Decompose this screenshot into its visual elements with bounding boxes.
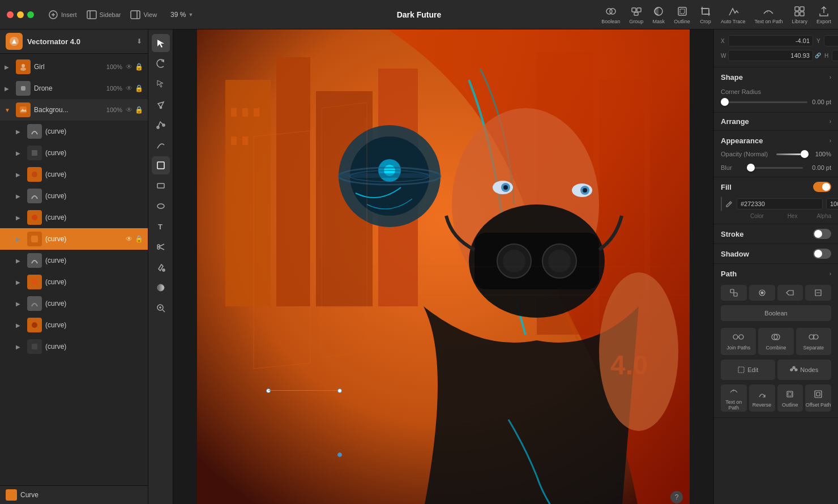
layer-item-curve-3[interactable]: ▶ (curve) bbox=[0, 164, 148, 185]
expand-icon[interactable]: ▶ bbox=[16, 344, 24, 350]
gradient-tool[interactable] bbox=[152, 279, 170, 297]
appearance-header[interactable]: Appearance › bbox=[714, 131, 838, 148]
layer-item-background[interactable]: ▼ Backgrou... 100% 👁 🔒 bbox=[0, 99, 148, 121]
node-tool[interactable] bbox=[152, 116, 170, 134]
fullscreen-button[interactable] bbox=[27, 11, 34, 18]
mask-tool[interactable]: Mask bbox=[652, 5, 665, 24]
corner-radius-thumb[interactable] bbox=[721, 98, 729, 106]
auto-trace-tool[interactable]: Auto Trace bbox=[721, 5, 746, 24]
opacity-thumb[interactable] bbox=[801, 150, 809, 158]
help-badge[interactable]: ? bbox=[670, 491, 683, 503]
expand-icon[interactable]: ▶ bbox=[16, 279, 24, 285]
blur-thumb[interactable] bbox=[747, 164, 755, 172]
text-on-path-tool[interactable]: T Text on Path bbox=[754, 5, 783, 24]
expand-icon[interactable]: ▶ bbox=[16, 193, 24, 199]
offset-path-button[interactable]: Offset Path bbox=[805, 385, 831, 412]
fill-edit-icon[interactable] bbox=[725, 198, 733, 210]
layer-item-curve-4[interactable]: ▶ (curve) bbox=[0, 185, 148, 207]
export-tool[interactable]: Export bbox=[816, 5, 831, 24]
scissors-tool[interactable] bbox=[152, 238, 170, 256]
outline-button[interactable]: Outline bbox=[777, 385, 803, 412]
layer-item-curve-active[interactable]: ▶ (curve) 👁 🔒 bbox=[0, 228, 148, 250]
join-paths-button[interactable]: Join Paths bbox=[721, 328, 756, 355]
expand-icon[interactable]: ▶ bbox=[16, 258, 24, 264]
zoom-tool[interactable] bbox=[152, 299, 170, 317]
direct-select-tool[interactable] bbox=[152, 75, 170, 93]
path-btn-1[interactable] bbox=[721, 285, 747, 301]
opacity-slider[interactable] bbox=[776, 153, 809, 155]
close-button[interactable] bbox=[7, 11, 14, 18]
expand-icon[interactable]: ▶ bbox=[16, 322, 24, 328]
expand-icon[interactable]: ▶ bbox=[16, 215, 24, 221]
canvas-area[interactable]: 4.0 ? bbox=[173, 29, 713, 504]
path-header[interactable]: Path › bbox=[714, 264, 838, 281]
h-input[interactable] bbox=[832, 50, 838, 61]
text-on-path-button[interactable]: T Text on Path bbox=[721, 385, 747, 412]
selection-handle-tl[interactable] bbox=[266, 388, 271, 393]
visibility-icon[interactable]: 👁 bbox=[126, 235, 132, 243]
combine-button[interactable]: Combine bbox=[758, 328, 793, 355]
layer-item-curve-8[interactable]: ▶ (curve) bbox=[0, 271, 148, 293]
boolean-button[interactable]: Boolean bbox=[721, 305, 831, 321]
outline-tool[interactable]: Outline bbox=[674, 5, 690, 24]
rotate-tool[interactable] bbox=[152, 54, 170, 72]
traffic-lights[interactable] bbox=[7, 11, 34, 18]
expand-icon[interactable]: ▼ bbox=[5, 107, 12, 113]
fill-color-swatch[interactable] bbox=[721, 197, 722, 211]
fill-hex-input[interactable] bbox=[737, 198, 823, 210]
selection-handle-tr[interactable] bbox=[337, 388, 342, 393]
visibility-icon[interactable]: 👁 bbox=[126, 84, 132, 92]
pen-tool[interactable] bbox=[152, 95, 170, 113]
lock-dims-icon[interactable]: 🔗 bbox=[815, 53, 821, 58]
expand-icon[interactable]: ▶ bbox=[5, 64, 12, 70]
layer-item-curve-9[interactable]: ▶ (curve) bbox=[0, 293, 148, 314]
pencil-tool[interactable] bbox=[152, 136, 170, 154]
reverse-button[interactable]: Reverse bbox=[749, 385, 775, 412]
ellipse-tool[interactable] bbox=[152, 197, 170, 215]
stroke-toggle[interactable] bbox=[813, 229, 831, 239]
visibility-icon[interactable]: 👁 bbox=[126, 106, 132, 114]
layer-item-curve-1[interactable]: ▶ (curve) bbox=[0, 121, 148, 142]
w-input[interactable] bbox=[728, 50, 813, 61]
crop-tool[interactable]: Crop bbox=[699, 5, 712, 24]
path-btn-2[interactable] bbox=[749, 285, 775, 301]
x-input[interactable] bbox=[728, 35, 813, 46]
blur-slider[interactable] bbox=[747, 167, 803, 169]
paint-bucket-tool[interactable] bbox=[152, 258, 170, 276]
expand-icon[interactable]: ▶ bbox=[5, 86, 12, 92]
y-input[interactable] bbox=[824, 35, 838, 46]
shape-section-header[interactable]: Shape › bbox=[714, 67, 838, 85]
rectangle-tool[interactable] bbox=[152, 177, 170, 195]
expand-icon[interactable]: ▶ bbox=[16, 150, 24, 156]
text-tool[interactable]: T bbox=[152, 217, 170, 236]
nodes-button[interactable]: Nodes bbox=[777, 360, 832, 380]
arrange-section[interactable]: Arrange › bbox=[714, 113, 838, 131]
selection-handle-br[interactable] bbox=[337, 452, 342, 457]
layer-item-girl[interactable]: ▶ Girl 100% 👁 🔒 bbox=[0, 56, 148, 78]
insert-button[interactable]: Insert bbox=[48, 9, 77, 20]
sidebar-toggle[interactable]: Sidebar bbox=[86, 9, 121, 20]
separate-button[interactable]: Separate bbox=[796, 328, 831, 355]
library-tool[interactable]: Library bbox=[792, 5, 807, 24]
edit-button[interactable]: Edit bbox=[721, 360, 775, 380]
zoom-indicator[interactable]: 39 % ▼ bbox=[170, 11, 193, 19]
lock-icon[interactable]: 🔒 bbox=[135, 84, 143, 92]
lock-icon[interactable]: 🔒 bbox=[135, 106, 143, 114]
layer-item-curve-2[interactable]: ▶ (curve) bbox=[0, 142, 148, 164]
minimize-button[interactable] bbox=[17, 11, 24, 18]
group-tool[interactable]: Group bbox=[629, 5, 643, 24]
layer-item-curve-5[interactable]: ▶ (curve) bbox=[0, 207, 148, 228]
layer-item-curve-10[interactable]: ▶ (curve) bbox=[0, 314, 148, 336]
expand-icon[interactable]: ▶ bbox=[16, 129, 24, 135]
shape-tool-active[interactable] bbox=[152, 156, 170, 174]
layer-item-drone[interactable]: ▶ Drone 100% 👁 🔒 bbox=[0, 78, 148, 99]
expand-icon[interactable]: ▶ bbox=[16, 301, 24, 307]
lock-icon[interactable]: 🔒 bbox=[135, 63, 143, 71]
expand-icon[interactable]: ▶ bbox=[16, 236, 24, 242]
curve-bottom-item[interactable]: Curve bbox=[0, 485, 148, 504]
download-icon[interactable]: ⬇ bbox=[136, 37, 142, 45]
path-btn-3[interactable] bbox=[777, 285, 803, 301]
visibility-icon[interactable]: 👁 bbox=[126, 63, 132, 71]
path-btn-4[interactable] bbox=[805, 285, 831, 301]
lock-icon[interactable]: 🔒 bbox=[135, 235, 143, 243]
